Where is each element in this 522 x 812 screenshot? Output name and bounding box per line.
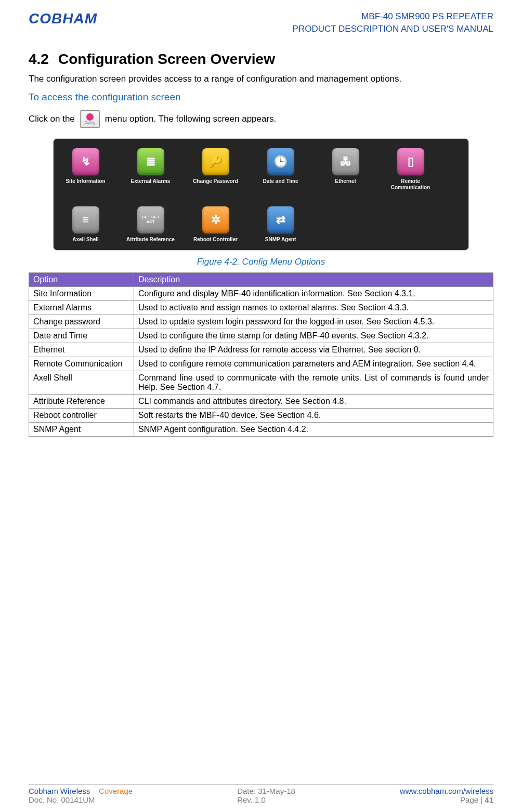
app-icon: ↯ — [72, 148, 99, 175]
doc-title-block: MBF-40 SMR900 PS REPEATER PRODUCT DESCRI… — [293, 10, 493, 35]
app-icon: 🕒 — [267, 148, 294, 175]
option-cell: Attribute Reference — [29, 394, 134, 408]
table-row: Site InformationConfigure and display MB… — [29, 286, 493, 300]
menu-icon-label: Change Password — [193, 178, 238, 185]
subheading: To access the configuration screen — [29, 91, 493, 103]
figure-caption: Figure 4-2. Config Menu Options — [29, 257, 493, 267]
footer-left-line1: Cobham Wireless – Coverage — [29, 787, 133, 795]
option-cell: Axell Shell — [29, 371, 134, 394]
footer-rev: Rev. 1.0 — [237, 795, 295, 804]
menu-icon-label: SNMP Agent — [265, 237, 296, 243]
table-row: Date and TimeUsed to configure the time … — [29, 329, 493, 343]
section-title: Configuration Screen Overview — [58, 51, 275, 67]
table-header-option: Option — [29, 272, 134, 286]
menu-icon-label: Date and Time — [263, 178, 298, 185]
menu-icon-date-and-time[interactable]: 🕒Date and Time — [256, 148, 305, 191]
menu-icon-site-information[interactable]: ↯Site Information — [61, 148, 110, 191]
app-icon: ▯ — [397, 148, 424, 175]
menu-icon-reboot-controller[interactable]: ✲Reboot Controller — [191, 206, 240, 243]
option-cell: External Alarms — [29, 300, 134, 315]
app-icon: ≣ — [137, 148, 164, 175]
menu-icon-snmp-agent[interactable]: ⇄SNMP Agent — [256, 206, 305, 243]
option-cell: Date and Time — [29, 329, 134, 343]
menu-icon-ethernet[interactable]: 🖧Ethernet — [321, 148, 370, 191]
doc-title-line1: MBF-40 SMR900 PS REPEATER — [293, 10, 493, 23]
menu-icon-label: Axell Shell — [72, 237, 99, 243]
app-icon: 🔑 — [202, 148, 229, 175]
table-header-description: Description — [134, 272, 493, 286]
config-icon-label: Config — [85, 121, 95, 124]
doc-title-line2: PRODUCT DESCRIPTION AND USER'S MANUAL — [293, 23, 493, 35]
description-cell: CLI commands and attributes directory. S… — [134, 394, 493, 408]
option-cell: Site Information — [29, 286, 134, 300]
section-number: 4.2 — [29, 51, 49, 67]
footer-page-label: Page | — [460, 795, 485, 804]
menu-icon-label: Ethernet — [335, 178, 356, 185]
click-pre-text: Click on the — [29, 114, 75, 124]
menu-icon-attribute-reference[interactable]: GET SET ACTAttribute Reference — [126, 206, 175, 243]
description-cell: Command line used to communicate with th… — [134, 371, 493, 394]
table-row: EthernetUsed to define the IP Address fo… — [29, 343, 493, 357]
table-row: Remote CommunicationUsed to configure re… — [29, 357, 493, 371]
click-instruction: Click on the Config menu option. The fol… — [29, 110, 493, 128]
section-heading: 4.2Configuration Screen Overview — [29, 51, 493, 68]
intro-paragraph: The configuration screen provides access… — [29, 74, 493, 84]
options-table: Option Description Site InformationConfi… — [29, 272, 493, 437]
table-row: Attribute ReferenceCLI commands and attr… — [29, 394, 493, 408]
footer-company: Cobham Wireless — [29, 787, 90, 795]
app-icon: 🖧 — [332, 148, 359, 175]
menu-icon-label: Remote Communication — [386, 178, 435, 191]
description-cell: Used to configure the time stamp for dat… — [134, 329, 493, 343]
menu-icon-label: Site Information — [66, 178, 105, 185]
footer-date: Date: 31-May-18 — [237, 787, 295, 795]
table-row: SNMP AgentSNMP Agent configuration. See … — [29, 422, 493, 436]
footer-page: Page | 41 — [400, 795, 493, 804]
gear-icon — [86, 113, 94, 121]
app-icon: GET SET ACT — [137, 206, 164, 233]
table-row: Axell ShellCommand line used to communic… — [29, 371, 493, 394]
menu-icon-change-password[interactable]: 🔑Change Password — [191, 148, 240, 191]
description-cell: Used to configure remote communication p… — [134, 357, 493, 371]
option-cell: Ethernet — [29, 343, 134, 357]
option-cell: Remote Communication — [29, 357, 134, 371]
description-cell: Used to define the IP Address for remote… — [134, 343, 493, 357]
config-menu-icon[interactable]: Config — [80, 110, 100, 128]
menu-icon-external-alarms[interactable]: ≣External Alarms — [126, 148, 175, 191]
menu-icon-remote-communication[interactable]: ▯Remote Communication — [386, 148, 435, 191]
footer-coverage: Coverage — [99, 787, 133, 795]
table-row: Change passwordUsed to update system log… — [29, 315, 493, 329]
description-cell: Used to activate and assign names to ext… — [134, 300, 493, 315]
page-footer: Cobham Wireless – Coverage Doc. No. 0014… — [29, 784, 493, 804]
page-header: COBHAM MBF-40 SMR900 PS REPEATER PRODUCT… — [29, 10, 493, 35]
option-cell: Change password — [29, 315, 134, 329]
option-cell: SNMP Agent — [29, 422, 134, 436]
click-post-text: menu option. The following screen appear… — [105, 114, 277, 124]
menu-icon-label: Attribute Reference — [126, 237, 175, 243]
app-icon: ≡ — [72, 206, 99, 233]
menu-icon-label: External Alarms — [131, 178, 171, 185]
table-row: External AlarmsUsed to activate and assi… — [29, 300, 493, 315]
footer-url: www.cobham.com/wireless — [400, 787, 493, 795]
description-cell: SNMP Agent configuration. See Section 4.… — [134, 422, 493, 436]
menu-icon-axell-shell[interactable]: ≡Axell Shell — [61, 206, 110, 243]
footer-doc-no: Doc. No. 00141UM — [29, 795, 133, 804]
option-cell: Reboot controller — [29, 408, 134, 422]
logo-text: COBHAM — [29, 10, 97, 27]
description-cell: Soft restarts the MBF-40 device. See Sec… — [134, 408, 493, 422]
description-cell: Used to update system login password for… — [134, 315, 493, 329]
app-icon: ⇄ — [267, 206, 294, 233]
menu-icon-label: Reboot Controller — [193, 237, 238, 243]
footer-page-number: 41 — [485, 795, 493, 804]
footer-sep: – — [90, 787, 99, 795]
description-cell: Configure and display MBF-40 identificat… — [134, 286, 493, 300]
app-icon: ✲ — [202, 206, 229, 233]
table-row: Reboot controllerSoft restarts the MBF-4… — [29, 408, 493, 422]
config-menu-screenshot: ↯Site Information≣External Alarms🔑Change… — [53, 138, 469, 251]
